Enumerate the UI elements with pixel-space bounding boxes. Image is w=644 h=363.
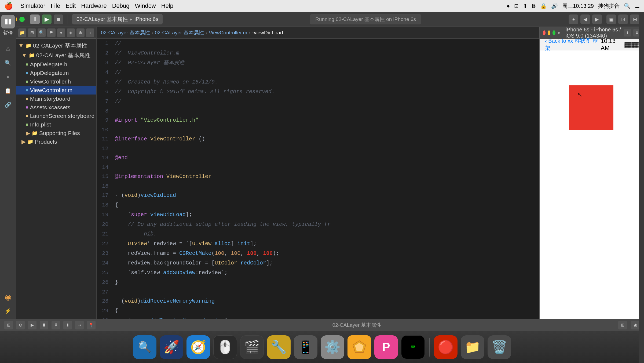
status-layout-btn[interactable]: ⊞ <box>4 321 13 329</box>
menu-edit[interactable]: Edit <box>65 2 76 9</box>
menu-window[interactable]: Window <box>135 2 156 9</box>
file-tree-btn-7[interactable]: ⊕ <box>76 28 85 37</box>
dock-finder[interactable]: 🔍 <box>133 335 156 359</box>
menu-file[interactable]: File <box>51 2 60 9</box>
products-label: Products <box>35 139 57 145</box>
source-control-icon[interactable]: ♦ <box>2 71 14 83</box>
forward-btn[interactable]: ▶ <box>592 14 602 24</box>
dock-sketch[interactable] <box>347 335 371 359</box>
code-line-5: 5 // Created by Romeo on 15/12/9. <box>97 77 539 87</box>
file-launchscreen[interactable]: ■ LaunchScreen.storyboard <box>16 112 96 120</box>
file-tree-btn-3[interactable]: 🔍 <box>38 28 46 37</box>
scrollbar[interactable] <box>639 27 644 319</box>
launchscreen-label: LaunchScreen.storyboard <box>30 113 95 119</box>
file-tree-btn-8[interactable]: ↕ <box>86 28 94 37</box>
debug-nav-icon[interactable]: 📋 <box>2 85 14 97</box>
left-sidebar-icons: ◫ ⚠ 🔍 ♦ 📋 🔗 ◉ ⚡ <box>0 27 16 319</box>
layout-btn-1[interactable]: ⊞ <box>569 14 578 24</box>
maximize-button[interactable] <box>19 17 25 22</box>
input-method[interactable]: 搜狗拼音 <box>598 2 620 10</box>
search-icon[interactable]: 🔍 <box>624 3 631 9</box>
memory-icon[interactable]: ⚡ <box>2 305 14 317</box>
products-icon: 📁 <box>27 139 33 145</box>
file-tree-root[interactable]: ▼ 📁 02-CALayer 基本属性 <box>16 41 96 50</box>
breakpoint-icon[interactable]: 🔗 <box>2 99 14 111</box>
menu-debug[interactable]: Debug <box>112 2 130 9</box>
supporting-expand-icon: ▶ <box>26 130 30 136</box>
code-line-21: 21 nib. <box>97 229 539 239</box>
debug-location-btn[interactable]: 📍 <box>87 321 96 329</box>
layout-toggle-3[interactable]: ⊟ <box>630 14 640 24</box>
debug-continue-btn[interactable]: ▶ <box>28 321 36 329</box>
code-line-26: 26 } <box>97 278 539 287</box>
sim-btn-1[interactable]: ⬆ <box>624 29 631 37</box>
play-button[interactable]: ▶ <box>42 14 52 24</box>
file-tree-btn-5[interactable]: ♦ <box>57 28 65 37</box>
debug-pause-btn[interactable]: ⏸ <box>40 321 48 329</box>
menu-simulator[interactable]: Simulator <box>20 2 45 9</box>
menu-hardware[interactable]: Hardware <box>81 2 107 9</box>
file-supporting[interactable]: ▶ 📁 Supporting Files <box>16 129 96 137</box>
pause-icon-box[interactable] <box>1 15 15 28</box>
file-assets[interactable]: ■ Assets.xcassets <box>16 103 96 112</box>
menu-help[interactable]: Help <box>161 2 173 9</box>
dock-trash[interactable]: 🗑️ <box>488 335 511 359</box>
status-debug-btn[interactable]: ⊙ <box>16 321 25 329</box>
layout-toggle-2[interactable]: ⊡ <box>618 14 628 24</box>
clock: 周三10:13:29 <box>562 2 594 10</box>
dock-tools[interactable]: 🔧 <box>267 335 291 359</box>
code-line-1: 1 // <box>97 39 539 48</box>
file-products[interactable]: ▶ 📁 Products <box>16 137 96 146</box>
dock-phone[interactable]: 📱 <box>294 335 317 359</box>
dock-terminal[interactable]: ⌨ <box>401 335 425 359</box>
breadcrumb-item-1[interactable]: 02-CALayer 基本属性 <box>101 29 150 36</box>
dock-launchpad[interactable]: 🚀 <box>160 335 183 359</box>
sim-close-btn[interactable] <box>543 30 546 35</box>
dock-redapp[interactable]: 🔴 <box>434 335 458 359</box>
phone-content[interactable]: ↖ <box>540 50 644 319</box>
dock-video[interactable]: 🎬 <box>240 335 264 359</box>
debug-step-in-btn[interactable]: ⬆ <box>63 321 72 329</box>
file-viewcontroller-m[interactable]: ■ ViewController.m <box>16 86 96 95</box>
dock-folder[interactable]: 📁 <box>461 335 484 359</box>
layout-toggle-1[interactable]: ▣ <box>606 14 616 24</box>
scheme-selector[interactable]: 02-CALayer 基本属性 ▸ iPhone 6s <box>72 14 163 24</box>
debug-step-out-btn[interactable]: ⇥ <box>75 321 84 329</box>
breadcrumb-item-4[interactable]: -viewDidLoad <box>252 30 283 36</box>
phone-back-button[interactable]: ‹ Back to xx-柱状图-框架 <box>545 37 601 52</box>
dock-settings[interactable]: ⚙️ <box>321 335 344 359</box>
breadcrumb-item-2[interactable]: 02-CALayer 基本属性 <box>155 29 204 36</box>
file-info-plist[interactable]: ■ Info.plist <box>16 120 96 129</box>
status-right-btn-1[interactable]: ⊞ <box>618 321 627 329</box>
back-btn[interactable]: ◀ <box>580 14 590 24</box>
activity-icon[interactable]: ◉ <box>2 291 14 303</box>
stop-run-button[interactable]: ■ <box>54 14 63 24</box>
volume-icon: 🔊 <box>551 3 558 9</box>
debug-step-over-btn[interactable]: ⬇ <box>52 321 60 329</box>
dock-mouse[interactable]: 🖱️ <box>213 335 237 359</box>
search-nav-icon[interactable]: 🔍 <box>2 57 14 69</box>
file-appdelegate-m[interactable]: ■ AppDelegate.m <box>16 69 96 77</box>
code-line-2: 2 // ViewController.m <box>97 48 539 58</box>
warning-icon[interactable]: ⚠ <box>2 43 14 55</box>
code-line-14: 14 <box>97 163 539 172</box>
file-tree-btn-6[interactable]: ◈ <box>67 28 75 37</box>
launchscreen-icon: ■ <box>26 114 28 118</box>
file-appdelegate-h[interactable]: ■ AppDelegate.h <box>16 60 96 69</box>
plist-label: Info.plist <box>30 121 51 128</box>
file-tree-subfolder[interactable]: ▼ 📁 02-CALayer 基本属性 <box>16 50 96 60</box>
code-editor[interactable]: 1 // 2 // ViewController.m 3 // 02-CALay… <box>97 39 539 319</box>
sim-expand-btn[interactable] <box>552 30 555 35</box>
file-viewcontroller-h[interactable]: ■ ViewController.h <box>16 77 96 86</box>
file-tree-btn-4[interactable]: ⚑ <box>47 28 55 37</box>
file-tree-btn-1[interactable]: 📁 <box>18 28 26 37</box>
apple-menu[interactable]: 🍎 <box>4 2 13 10</box>
breadcrumb-item-3[interactable]: ViewController.m <box>209 30 247 36</box>
file-main-storyboard[interactable]: ■ Main.storyboard <box>16 95 96 103</box>
dock-papp[interactable]: P <box>374 335 398 359</box>
dock-safari[interactable]: 🧭 <box>186 335 210 359</box>
stop-button[interactable]: ⏸ <box>30 14 40 24</box>
file-tree-btn-2[interactable]: ⊞ <box>28 28 36 37</box>
menu-icon[interactable]: ☰ <box>635 3 640 9</box>
sim-minimize-btn[interactable] <box>548 30 550 35</box>
